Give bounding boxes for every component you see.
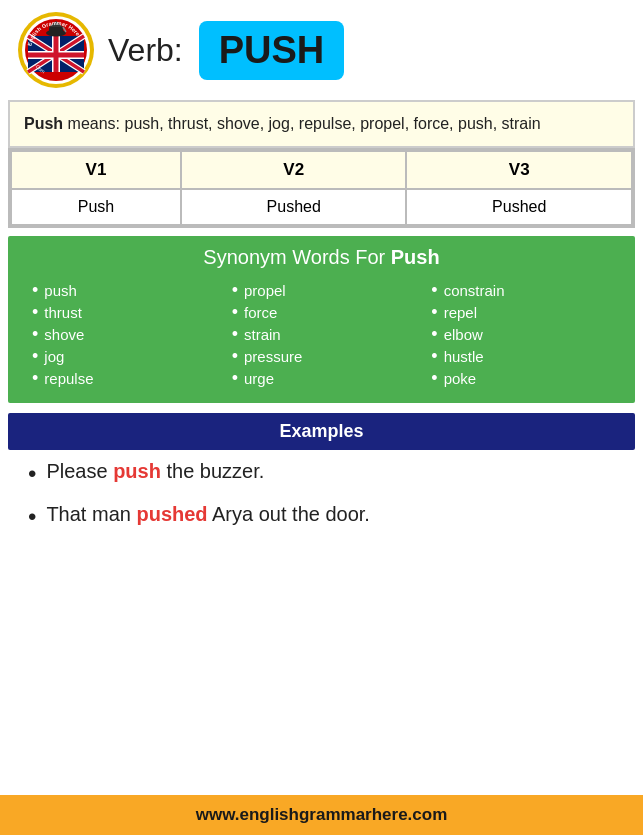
meaning-rest: means: push, thrust, shove, jog, repulse…	[63, 115, 541, 132]
meaning-bold-word: Push	[24, 115, 63, 132]
table-cell-v2: Pushed	[181, 189, 407, 225]
footer: www.englishgrammarhere.com	[0, 795, 643, 835]
table-data-row: Push Pushed Pushed	[11, 189, 632, 225]
table-cell-v3: Pushed	[406, 189, 632, 225]
examples-body: • Please push the buzzer. • That man pus…	[8, 450, 635, 562]
bullet-icon: •	[28, 503, 36, 532]
logo: English Grammar Here .Com	[16, 10, 96, 90]
table-header-row: V1 V2 V3	[11, 151, 632, 189]
example-1-plain-end: the buzzer.	[161, 460, 264, 482]
verb-word: PUSH	[199, 21, 345, 80]
synonyms-col-1: push thrust shove jog repulse	[22, 279, 222, 389]
examples-header: Examples	[8, 413, 635, 450]
example-2-highlight: pushed	[136, 503, 207, 525]
list-item: thrust	[32, 301, 222, 323]
table-header-v3: V3	[406, 151, 632, 189]
svg-rect-11	[54, 36, 59, 72]
list-item: urge	[232, 367, 422, 389]
synonyms-title-plain: Synonym Words For	[203, 246, 390, 268]
bullet-icon: •	[28, 460, 36, 489]
table-cell-v1: Push	[11, 189, 181, 225]
table-header-v2: V2	[181, 151, 407, 189]
example-item-1: • Please push the buzzer.	[28, 460, 615, 489]
list-item: repulse	[32, 367, 222, 389]
list-item: push	[32, 279, 222, 301]
example-item-2: • That man pushed Arya out the door.	[28, 503, 615, 532]
meaning-text: Push means: push, thrust, shove, jog, re…	[24, 115, 541, 132]
example-1-plain-start: Please	[46, 460, 113, 482]
synonyms-title-bold: Push	[391, 246, 440, 268]
examples-title: Examples	[279, 421, 363, 441]
footer-url: www.englishgrammarhere.com	[196, 805, 448, 824]
list-item: hustle	[431, 345, 621, 367]
verb-table-wrapper: V1 V2 V3 Push Pushed Pushed	[8, 148, 635, 228]
header: English Grammar Here .Com Verb: PUSH	[0, 0, 643, 100]
list-item: jog	[32, 345, 222, 367]
synonyms-title: Synonym Words For Push	[22, 246, 621, 269]
example-2-plain-start: That man	[46, 503, 136, 525]
list-item: strain	[232, 323, 422, 345]
list-item: force	[232, 301, 422, 323]
example-1-highlight: push	[113, 460, 161, 482]
example-text-1: Please push the buzzer.	[46, 460, 264, 483]
synonyms-grid: push thrust shove jog repulse propel for…	[22, 279, 621, 389]
synonyms-section: Synonym Words For Push push thrust shove…	[8, 236, 635, 403]
meaning-section: Push means: push, thrust, shove, jog, re…	[8, 100, 635, 148]
verb-forms-table: V1 V2 V3 Push Pushed Pushed	[10, 150, 633, 226]
list-item: elbow	[431, 323, 621, 345]
table-header-v1: V1	[11, 151, 181, 189]
example-2-plain-end: Arya out the door.	[208, 503, 370, 525]
synonyms-col-3: constrain repel elbow hustle poke	[421, 279, 621, 389]
synonyms-col-2: propel force strain pressure urge	[222, 279, 422, 389]
list-item: repel	[431, 301, 621, 323]
example-text-2: That man pushed Arya out the door.	[46, 503, 370, 526]
list-item: constrain	[431, 279, 621, 301]
logo-icon: English Grammar Here .Com	[16, 10, 96, 90]
list-item: poke	[431, 367, 621, 389]
list-item: shove	[32, 323, 222, 345]
svg-rect-13	[49, 27, 63, 34]
list-item: propel	[232, 279, 422, 301]
verb-label: Verb:	[108, 32, 183, 69]
list-item: pressure	[232, 345, 422, 367]
